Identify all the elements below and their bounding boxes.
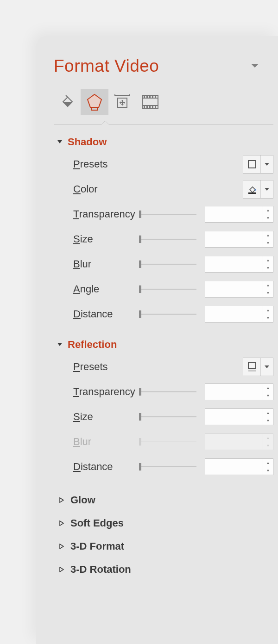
tab-effects[interactable] [81,89,108,115]
reflection-transparency-row: Transparency ▲▼ [73,379,273,404]
svg-marker-38 [60,567,63,572]
shadow-color-dropdown[interactable] [243,180,273,198]
svg-rect-17 [146,96,148,98]
soft-edges-header[interactable]: Soft Edges [54,512,278,535]
svg-rect-18 [149,96,151,98]
svg-marker-37 [60,544,63,549]
shadow-size-row: Size ▲▼ [73,227,273,252]
shadow-blur-slider[interactable] [140,264,196,265]
spin-up-icon[interactable]: ▲ [263,384,273,392]
reflection-size-label: Size [73,411,140,423]
shadow-section: Shadow Presets Color [54,132,278,327]
reflection-size-input[interactable]: ▲▼ [205,409,273,425]
chevron-down-icon [261,180,273,198]
paint-bucket-icon [58,93,75,110]
soft-edges-title: Soft Edges [70,517,124,529]
spin-down-icon[interactable]: ▼ [263,214,273,222]
expanded-caret-icon [57,342,63,347]
spin-down-icon[interactable]: ▼ [263,392,273,400]
collapsed-caret-icon [58,544,65,549]
shadow-size-label: Size [73,233,140,245]
pane-menu-button[interactable] [251,64,259,68]
film-strip-icon [141,94,159,109]
spin-up-icon[interactable]: ▲ [263,256,273,264]
shadow-color-row: Color [73,177,273,202]
tab-fill-line[interactable] [53,89,81,115]
collapsed-caret-icon [58,567,65,572]
reflection-presets-row: Presets [73,354,273,379]
svg-marker-34 [265,365,269,368]
reflection-blur-label: Blur [73,436,140,448]
glow-header[interactable]: Glow [54,489,278,512]
collapsed-caret-icon [58,520,65,526]
category-tabs [53,89,278,115]
svg-rect-24 [152,106,153,108]
spin-up-icon[interactable]: ▲ [263,206,273,214]
reflection-section: Reflection Presets [54,335,278,479]
shadow-blur-row: Blur ▲▼ [73,252,273,277]
svg-marker-12 [121,104,124,105]
shadow-presets-label: Presets [73,158,140,170]
svg-marker-9 [120,101,121,104]
reflection-transparency-slider[interactable] [140,391,196,392]
spin-up-icon[interactable]: ▲ [263,409,273,417]
chevron-down-icon [261,155,273,173]
reflection-preset-icon [247,361,257,372]
reflection-size-slider[interactable] [140,416,196,417]
svg-rect-33 [248,370,256,372]
shadow-blur-input[interactable]: ▲▼ [205,256,273,272]
reflection-size-row: Size ▲▼ [73,404,273,429]
glow-title: Glow [70,494,95,506]
reflection-transparency-label: Transparency [73,386,140,398]
svg-rect-29 [248,192,256,194]
tab-divider [54,120,273,130]
reflection-presets-dropdown[interactable] [243,358,273,376]
shadow-size-input[interactable]: ▲▼ [205,231,273,248]
shadow-presets-dropdown[interactable] [243,155,273,173]
pentagon-effects-icon [86,93,103,111]
3d-format-header[interactable]: 3-D Format [54,535,278,558]
svg-marker-35 [60,498,63,502]
svg-rect-22 [146,106,148,108]
3d-rotation-header[interactable]: 3-D Rotation [54,558,278,581]
svg-marker-26 [57,140,62,143]
tab-video[interactable] [136,89,164,115]
shadow-distance-input[interactable]: ▲▼ [205,306,273,322]
spin-down-icon[interactable]: ▼ [263,289,273,297]
reflection-header[interactable]: Reflection [54,335,278,354]
collapsed-caret-icon [58,497,65,503]
shadow-size-slider[interactable] [140,239,196,240]
shadow-presets-row: Presets [73,152,273,177]
reflection-distance-slider[interactable] [140,466,196,467]
spin-up-icon[interactable]: ▲ [263,281,273,289]
reflection-distance-input[interactable]: ▲▼ [205,458,273,475]
shadow-angle-slider[interactable] [140,289,196,290]
spin-down-icon[interactable]: ▼ [263,417,273,425]
spin-down-icon[interactable]: ▼ [263,239,273,247]
spin-up-icon[interactable]: ▲ [263,459,273,467]
svg-rect-2 [92,107,97,110]
fill-color-icon [247,184,257,194]
spin-down-icon[interactable]: ▼ [263,264,273,272]
spin-down-icon[interactable]: ▼ [263,314,273,322]
shadow-transparency-input[interactable]: ▲▼ [205,206,273,223]
reflection-blur-row: Blur ▲▼ [73,429,273,454]
svg-rect-27 [248,161,256,168]
spin-up-icon[interactable]: ▲ [263,306,273,314]
shadow-angle-input[interactable]: ▲▼ [205,281,273,297]
reflection-transparency-input[interactable]: ▲▼ [205,384,273,400]
shadow-transparency-slider[interactable] [140,214,196,215]
spin-up-icon[interactable]: ▲ [263,231,273,239]
shadow-header[interactable]: Shadow [54,132,278,152]
shadow-blur-label: Blur [73,258,140,270]
svg-marker-31 [57,343,62,346]
svg-rect-16 [144,96,145,98]
spin-down-icon: ▼ [263,442,273,450]
shadow-distance-slider[interactable] [140,314,196,315]
shadow-color-label: Color [73,183,140,195]
svg-marker-30 [265,188,269,191]
svg-rect-19 [152,96,153,98]
spin-down-icon[interactable]: ▼ [263,467,273,475]
tab-size-properties[interactable] [108,89,136,115]
svg-marker-0 [251,64,259,68]
